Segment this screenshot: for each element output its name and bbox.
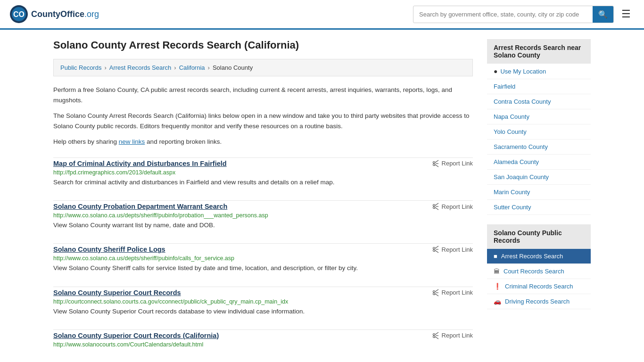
breadcrumb-arrest-records[interactable]: Arrest Records Search	[109, 64, 172, 71]
nearby-link-label-3[interactable]: Yolo County	[494, 128, 527, 135]
result-title-row: Map of Criminal Activity and Disturbance…	[53, 160, 473, 167]
record-icon-1: 🏛	[494, 268, 500, 275]
nearby-link-label-2[interactable]: Napa County	[494, 113, 529, 120]
description-para3: Help others by sharing new links and rep…	[53, 137, 473, 147]
scissors-icon	[432, 203, 439, 210]
result-url-1: http://www.co.solano.ca.us/depts/sheriff…	[53, 212, 473, 219]
nearby-link-label-6[interactable]: San Joaquin County	[494, 173, 549, 181]
nearby-section: Arrest Records Search near Solano County…	[487, 39, 591, 215]
report-link-1[interactable]: Report Link	[432, 203, 473, 210]
nearby-link-label-8[interactable]: Sutter County	[494, 204, 531, 211]
svg-line-4	[435, 165, 438, 167]
result-item: Solano County Sheriff Police Logs Report…	[53, 243, 473, 276]
header: CO CountyOffice.org 🔍 ☰	[0, 0, 644, 30]
result-item: Map of Criminal Activity and Disturbance…	[53, 157, 473, 190]
sidebar: Arrest Records Search near Solano County…	[487, 39, 591, 362]
main-container: Solano County Arrest Records Search (Cal…	[39, 30, 605, 362]
result-title-row: Solano County Sheriff Police Logs Report…	[53, 246, 473, 253]
nearby-link-2[interactable]: Napa County	[487, 109, 591, 124]
description-para3-prefix: Help others by sharing	[53, 138, 119, 145]
report-link-4[interactable]: Report Link	[432, 332, 473, 339]
breadcrumb-california[interactable]: California	[179, 64, 205, 71]
result-title-1[interactable]: Solano County Probation Department Warra…	[53, 203, 227, 210]
record-link-3[interactable]: 🚗Driving Records Search	[487, 294, 591, 309]
result-url-4: http://www.solanocourts.com/CourtCalenda…	[53, 341, 473, 348]
logo-icon: CO	[9, 5, 28, 24]
record-link-0[interactable]: ■Arrest Records Search	[487, 249, 591, 264]
nearby-link-label-7[interactable]: Marin County	[494, 189, 530, 196]
nearby-link-6[interactable]: San Joaquin County	[487, 170, 591, 185]
result-item: Solano County Superior Court Records (Ca…	[53, 329, 473, 353]
nearby-link-label-5[interactable]: Alameda County	[494, 158, 539, 165]
report-link-0[interactable]: Report Link	[432, 160, 473, 167]
nearby-link-label-4[interactable]: Sacramento County	[494, 143, 548, 150]
svg-line-6	[435, 203, 438, 206]
result-title-2[interactable]: Solano County Sheriff Police Logs	[53, 246, 165, 253]
record-icon-3: 🚗	[494, 298, 501, 305]
result-desc-2: View Solano County Sheriff calls for ser…	[53, 263, 473, 273]
content-area: Solano County Arrest Records Search (Cal…	[53, 39, 473, 362]
svg-line-7	[435, 207, 438, 210]
nearby-link-4[interactable]: Sacramento County	[487, 140, 591, 155]
menu-button[interactable]: ☰	[618, 6, 635, 22]
scissors-icon	[432, 289, 439, 296]
nearby-link-label-0[interactable]: Fairfield	[494, 83, 515, 90]
search-button[interactable]: 🔍	[593, 6, 613, 23]
report-link-2[interactable]: Report Link	[432, 246, 473, 253]
svg-text:CO: CO	[13, 10, 25, 18]
nearby-link-3[interactable]: Yolo County	[487, 124, 591, 140]
page-title: Solano County Arrest Records Search (Cal…	[53, 39, 473, 51]
breadcrumb-current: Solano County	[213, 64, 253, 71]
record-label-1[interactable]: Court Records Search	[504, 268, 564, 275]
result-title-3[interactable]: Solano County Superior Court Records	[53, 289, 181, 296]
nearby-link-label-1[interactable]: Contra Costa County	[494, 98, 551, 105]
result-divider	[53, 243, 473, 244]
result-url-3: http://courtconnect.solano.courts.ca.gov…	[53, 298, 473, 305]
records-header: Solano County Public Records	[487, 224, 591, 249]
nearby-link-7[interactable]: Marin County	[487, 185, 591, 200]
result-url-2: http://www.co.solano.ca.us/depts/sheriff…	[53, 255, 473, 262]
report-link-3[interactable]: Report Link	[432, 289, 473, 296]
breadcrumb-sep-2: ›	[174, 64, 176, 71]
results-container: Map of Criminal Activity and Disturbance…	[53, 157, 473, 353]
header-right: 🔍 ☰	[413, 6, 635, 23]
result-title-0[interactable]: Map of Criminal Activity and Disturbance…	[53, 160, 227, 167]
nearby-link-8[interactable]: Sutter County	[487, 200, 591, 215]
breadcrumb-public-records[interactable]: Public Records	[60, 64, 101, 71]
result-divider	[53, 287, 473, 287]
records-section: Solano County Public Records ■Arrest Rec…	[487, 224, 591, 309]
use-location-link[interactable]: Use My Location	[500, 68, 546, 75]
result-url-0: http://fpd.crimegraphics.com/2013/defaul…	[53, 169, 473, 176]
nearby-link-1[interactable]: Contra Costa County	[487, 94, 591, 109]
logo-text: CountyOffice.org	[31, 9, 99, 19]
nearby-header: Arrest Records Search near Solano County	[487, 39, 591, 64]
nearby-link-0[interactable]: Fairfield	[487, 79, 591, 94]
record-link-2[interactable]: ❗Criminal Records Search	[487, 279, 591, 294]
svg-line-3	[435, 160, 438, 163]
records-links-container: ■Arrest Records Search🏛Court Records Sea…	[487, 249, 591, 309]
result-title-4[interactable]: Solano County Superior Court Records (Ca…	[53, 332, 219, 339]
svg-line-16	[435, 337, 438, 339]
record-label-2[interactable]: Criminal Records Search	[505, 283, 573, 290]
search-input[interactable]	[413, 7, 593, 22]
description-para3-suffix: and reporting broken links.	[145, 138, 222, 145]
result-divider	[53, 157, 473, 158]
svg-line-10	[435, 250, 438, 253]
description-para2: The Solano County Arrest Records Search …	[53, 111, 473, 131]
record-label-0: Arrest Records Search	[501, 253, 563, 260]
record-label-3[interactable]: Driving Records Search	[505, 298, 570, 305]
svg-line-9	[435, 246, 438, 248]
new-links-link[interactable]: new links	[119, 138, 145, 145]
breadcrumb-sep-1: ›	[104, 64, 106, 71]
result-desc-0: Search for criminal activity and disturb…	[53, 178, 473, 187]
scissors-icon	[432, 160, 439, 167]
location-icon: ●	[494, 67, 497, 75]
result-item: Solano County Probation Department Warra…	[53, 200, 473, 233]
nearby-link-5[interactable]: Alameda County	[487, 155, 591, 170]
result-title-row: Solano County Probation Department Warra…	[53, 203, 473, 210]
result-title-row: Solano County Superior Court Records (Ca…	[53, 332, 473, 339]
record-icon-0: ■	[494, 253, 497, 260]
record-link-1[interactable]: 🏛Court Records Search	[487, 264, 591, 279]
result-item: Solano County Superior Court Records Rep…	[53, 287, 473, 319]
use-location-item[interactable]: ● Use My Location	[487, 64, 591, 79]
